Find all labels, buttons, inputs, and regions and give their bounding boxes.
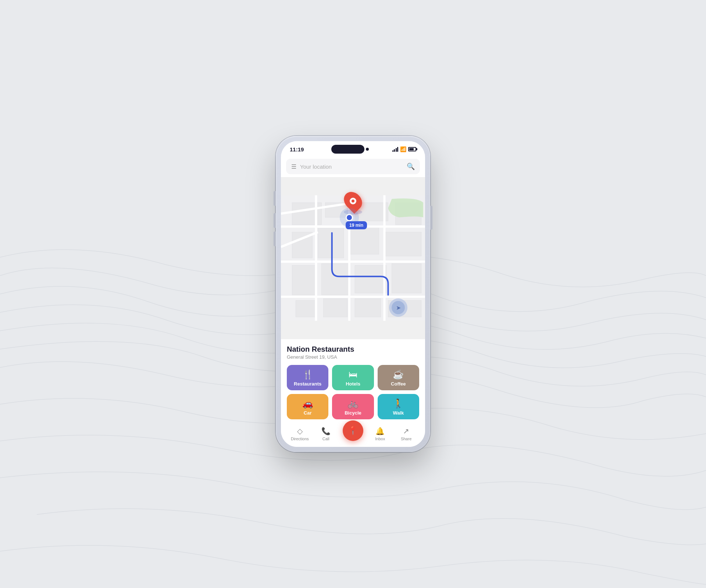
walk-icon: 🚶	[393, 399, 404, 408]
restaurants-label: Restaurants	[294, 381, 321, 387]
share-nav-icon: ↗	[403, 427, 409, 435]
cat-btn-car[interactable]: 🚗 Car	[287, 394, 328, 419]
phone-device: 11:19 📶 ☰ Your location 🔍	[276, 136, 430, 452]
pin-inner	[350, 198, 356, 204]
bottom-panel: Nation Restaurants General Street 19, US…	[281, 339, 425, 447]
restaurants-icon: 🍴	[302, 370, 313, 379]
menu-icon: ☰	[291, 163, 296, 170]
cat-btn-restaurants[interactable]: 🍴 Restaurants	[287, 365, 328, 390]
signal-icon	[392, 147, 399, 152]
nav-item-directions[interactable]: ◇ Directions	[290, 427, 309, 441]
bicycle-label: Bicycle	[345, 410, 361, 416]
call-nav-label: Call	[322, 437, 329, 441]
status-icons: 📶	[392, 146, 417, 152]
inbox-nav-label: Inbox	[375, 437, 385, 441]
walk-label: Walk	[393, 410, 404, 416]
cat-btn-bicycle[interactable]: 🚲 Bicycle	[332, 394, 374, 419]
svg-rect-7	[318, 229, 344, 258]
nav-item-call[interactable]: 📞 Call	[317, 427, 335, 441]
notch	[331, 145, 364, 154]
wifi-icon: 📶	[400, 146, 406, 152]
pin-dot	[352, 200, 354, 202]
search-bar[interactable]: ☰ Your location 🔍	[286, 159, 420, 174]
svg-rect-15	[324, 299, 347, 317]
destination-dot: ➤	[389, 298, 407, 317]
coffee-label: Coffee	[391, 381, 406, 387]
cat-btn-hotels[interactable]: 🛏 Hotels	[332, 365, 374, 390]
directions-nav-label: Directions	[291, 437, 309, 441]
current-location-dot	[346, 214, 353, 221]
bicycle-icon: 🚲	[347, 399, 359, 408]
hotels-icon: 🛏	[349, 370, 357, 379]
bottom-nav: ◇ Directions 📞 Call 📍 🔔 Inbox ↗ Share	[287, 423, 419, 447]
car-label: Car	[304, 410, 312, 416]
nav-center-button[interactable]: 📍	[343, 420, 363, 441]
coffee-icon: ☕	[393, 370, 404, 379]
map-area[interactable]: 19 min ➤	[281, 177, 425, 339]
cat-btn-coffee[interactable]: ☕ Coffee	[378, 365, 419, 390]
cat-btn-walk[interactable]: 🚶 Walk	[378, 394, 419, 419]
directions-nav-icon: ◇	[297, 427, 303, 435]
pin-body	[340, 188, 366, 214]
place-title: Nation Restaurants	[287, 345, 419, 354]
location-pin	[344, 191, 362, 215]
inbox-nav-icon: 🔔	[375, 427, 385, 435]
battery-icon	[408, 147, 416, 151]
location-icon: 📍	[348, 426, 358, 435]
svg-rect-14	[296, 301, 316, 317]
svg-rect-9	[384, 232, 421, 256]
time-badge: 19 min	[346, 221, 367, 229]
destination-dot-inner: ➤	[392, 301, 405, 314]
search-icon[interactable]: 🔍	[407, 162, 415, 171]
status-time: 11:19	[290, 146, 304, 153]
place-address: General Street 19, USA	[287, 354, 419, 360]
svg-rect-11	[322, 263, 349, 295]
share-nav-label: Share	[401, 437, 411, 441]
phone-screen: 11:19 📶 ☰ Your location 🔍	[281, 141, 425, 447]
svg-rect-8	[349, 227, 379, 254]
search-input[interactable]: Your location	[300, 164, 403, 170]
svg-rect-10	[292, 265, 316, 295]
call-nav-icon: 📞	[321, 427, 331, 435]
nav-item-inbox[interactable]: 🔔 Inbox	[371, 427, 389, 441]
svg-rect-13	[392, 263, 421, 293]
car-icon: 🚗	[302, 399, 313, 408]
hotels-label: Hotels	[346, 381, 360, 387]
status-bar: 11:19 📶	[281, 141, 425, 156]
svg-rect-12	[355, 265, 386, 293]
nav-item-share[interactable]: ↗ Share	[397, 427, 416, 441]
category-grid: 🍴 Restaurants 🛏 Hotels ☕ Coffee 🚗 Car 🚲 …	[287, 365, 419, 419]
svg-rect-16	[355, 299, 381, 317]
